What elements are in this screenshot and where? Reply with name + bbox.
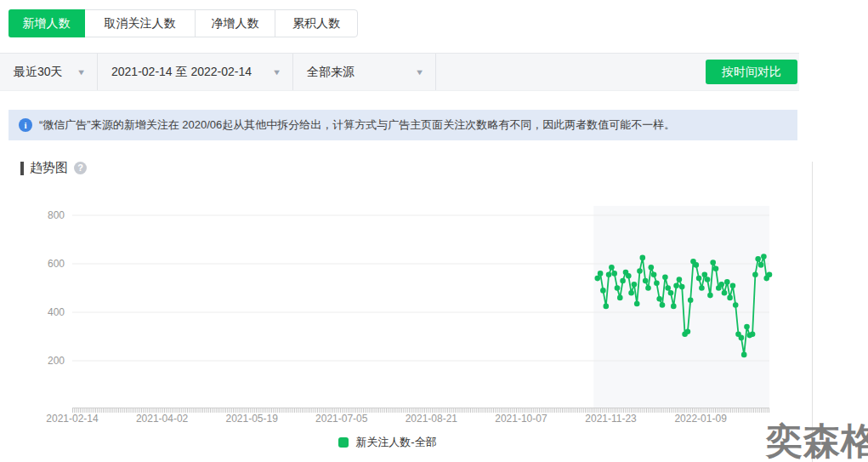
watermark-text: 奕森格 [766, 423, 868, 459]
chart-legend[interactable]: 新关注人数-全部 [0, 434, 775, 451]
svg-text:2022-01-09: 2022-01-09 [674, 413, 727, 425]
page-title: 趋势图 [30, 160, 68, 176]
metric-tabs: 新增人数 取消关注人数 净增人数 累积人数 [9, 9, 358, 37]
chevron-down-icon: ▼ [272, 68, 281, 77]
info-icon: i [19, 118, 32, 132]
svg-text:2021-07-05: 2021-07-05 [315, 413, 368, 425]
right-divider [812, 162, 813, 462]
chevron-down-icon: ▼ [77, 68, 86, 77]
tab-new-followers[interactable]: 新增人数 [9, 9, 85, 37]
chevron-down-icon: ▼ [415, 68, 424, 77]
help-icon[interactable]: ? [74, 162, 87, 174]
legend-label: 新关注人数-全部 [355, 435, 436, 450]
time-range-value: 最近30天 [14, 65, 63, 80]
filter-bar: 最近30天 ▼ 2021-02-14 至 2022-02-14 ▼ 全部来源 ▼… [0, 53, 799, 91]
source-value: 全部来源 [307, 65, 355, 80]
notice-banner: i “微信广告”来源的新增关注在 2020/06起从其他中拆分给出，计算方式与广… [9, 110, 797, 140]
compare-by-time-button[interactable]: 按时间对比 [706, 60, 797, 84]
svg-text:2021-05-19: 2021-05-19 [225, 413, 278, 425]
source-dropdown[interactable]: 全部来源 ▼ [293, 54, 436, 90]
title-accent-bar [20, 162, 24, 175]
tab-net-growth[interactable]: 净增人数 [196, 10, 275, 37]
tab-cumulative[interactable]: 累积人数 [275, 10, 357, 37]
svg-text:2021-10-07: 2021-10-07 [495, 413, 547, 425]
svg-text:400: 400 [48, 306, 65, 318]
notice-text: “微信广告”来源的新增关注在 2020/06起从其他中拆分给出，计算方式与广告主… [39, 117, 675, 133]
svg-text:200: 200 [48, 355, 65, 367]
time-range-dropdown[interactable]: 最近30天 ▼ [0, 54, 98, 90]
date-range-picker[interactable]: 2021-02-14 至 2022-02-14 ▼ [98, 54, 293, 90]
tab-unfollowers[interactable]: 取消关注人数 [85, 10, 196, 37]
date-range-value: 2021-02-14 至 2022-02-14 [111, 65, 252, 80]
svg-text:2021-08-21: 2021-08-21 [406, 413, 458, 425]
svg-text:800: 800 [48, 209, 65, 221]
chart-section-header: 趋势图 ? [20, 160, 87, 176]
svg-text:2021-11-23: 2021-11-23 [585, 413, 637, 425]
trend-line-chart[interactable]: 2004006008002021-02-142021-04-022021-05-… [0, 196, 868, 434]
svg-text:600: 600 [48, 258, 65, 270]
legend-marker-icon [338, 437, 349, 448]
svg-text:2021-02-14: 2021-02-14 [46, 413, 99, 425]
svg-text:2021-04-02: 2021-04-02 [136, 413, 189, 425]
